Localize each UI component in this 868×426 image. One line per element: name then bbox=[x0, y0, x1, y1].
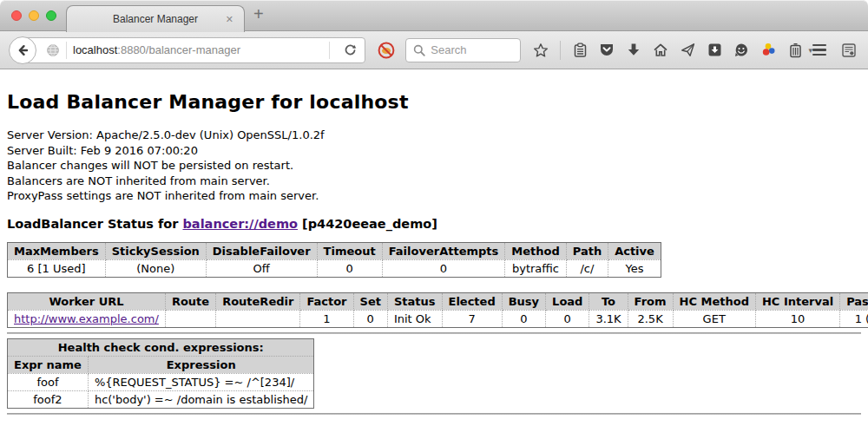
table-cell: 10 bbox=[755, 310, 839, 327]
square-download-icon bbox=[707, 43, 722, 57]
colored-dots-extension-button[interactable] bbox=[760, 41, 777, 60]
table-header-cell: Factor bbox=[300, 292, 353, 310]
window-zoom-button[interactable] bbox=[46, 10, 56, 21]
table-cell: Yes bbox=[608, 259, 661, 277]
table-header-cell: Path bbox=[566, 242, 608, 259]
expr-value-cell: hc('body') =~ /domain is established/ bbox=[88, 390, 314, 408]
table-cell: 7 bbox=[442, 310, 502, 327]
expr-name-cell: foof bbox=[8, 373, 89, 390]
table-title-row: Health check cond. expressions: bbox=[8, 338, 314, 356]
content-blocked-button[interactable] bbox=[377, 41, 396, 60]
download-arrow-icon bbox=[627, 43, 641, 57]
location-bar-group: localhost:8880/balancer-manager bbox=[10, 37, 365, 63]
server-built-line: Server Built: Feb 9 2016 07:00:20 bbox=[7, 143, 861, 159]
table-header-row: Worker URL Route RouteRedir Factor Set S… bbox=[8, 292, 868, 310]
worker-status-table: Worker URL Route RouteRedir Factor Set S… bbox=[7, 292, 868, 328]
table-cell: 0 bbox=[382, 259, 505, 277]
server-info: Server Version: Apache/2.5.0-dev (Unix) … bbox=[7, 128, 861, 204]
table-cell: Off bbox=[206, 259, 317, 277]
pocket-icon bbox=[599, 43, 615, 57]
table-header-cell: Passes bbox=[840, 292, 868, 310]
smiley-balloon-icon bbox=[733, 43, 749, 58]
browser-window: Balancer Manager ✕ + bbox=[0, 0, 868, 426]
window-close-button[interactable] bbox=[11, 10, 22, 21]
table-header-cell: Elected bbox=[442, 292, 502, 310]
table-cell: bytraffic bbox=[505, 259, 566, 277]
reading-list-button[interactable] bbox=[571, 41, 589, 60]
table-row: 6 [1 Used] (None) Off 0 0 bytraffic /c/ … bbox=[8, 259, 661, 277]
url-path: :8880/balancer-manager bbox=[117, 43, 240, 56]
table-header-cell: Route bbox=[165, 292, 215, 310]
section-divider bbox=[7, 332, 861, 334]
globe-icon bbox=[46, 43, 60, 57]
table-header-cell: HC Interval bbox=[755, 292, 839, 310]
table-cell: Init Ok bbox=[387, 310, 442, 327]
toolbar-separator bbox=[560, 41, 561, 60]
container-icon bbox=[789, 43, 802, 58]
search-icon bbox=[413, 44, 425, 56]
navigation-toolbar: localhost:8880/balancer-manager bbox=[0, 31, 868, 69]
table-header-row: Expr name Expression bbox=[8, 356, 314, 373]
table-cell bbox=[165, 310, 215, 327]
tab-title: Balancer Manager bbox=[113, 13, 198, 25]
url-text: localhost:8880/balancer-manager bbox=[73, 43, 240, 56]
table-row: foof %{REQUEST_STATUS} =~ /^[234]/ bbox=[8, 373, 314, 390]
window-minimize-button[interactable] bbox=[29, 10, 39, 21]
table-header-cell: Expression bbox=[88, 356, 314, 373]
table-cell: 2.5K bbox=[628, 310, 673, 327]
table-cell: (None) bbox=[105, 259, 206, 277]
home-button[interactable] bbox=[652, 41, 669, 60]
expr-value-cell: %{REQUEST_STATUS} =~ /^[234]/ bbox=[88, 373, 314, 390]
forum-button[interactable] bbox=[733, 41, 750, 60]
new-tab-button[interactable]: + bbox=[253, 4, 264, 24]
tab-balancer-manager[interactable]: Balancer Manager ✕ bbox=[66, 5, 245, 32]
colored-dots-icon bbox=[761, 43, 776, 57]
tab-close-icon[interactable]: ✕ bbox=[226, 13, 233, 25]
menu-button[interactable] bbox=[812, 44, 826, 56]
bookmark-star-button[interactable] bbox=[532, 41, 549, 60]
table-cell: 0 bbox=[317, 259, 382, 277]
reload-icon bbox=[344, 43, 357, 56]
health-table-title: Health check cond. expressions: bbox=[8, 338, 314, 356]
table-row: foof2 hc('body') =~ /domain is establish… bbox=[8, 390, 314, 408]
table-header-cell: StickySession bbox=[105, 242, 206, 259]
health-check-expressions-table: Health check cond. expressions: Expr nam… bbox=[7, 338, 314, 409]
table-cell: 1 bbox=[300, 310, 353, 327]
back-button[interactable] bbox=[9, 36, 36, 64]
table-header-cell: HC Method bbox=[673, 292, 755, 310]
balancer-demo-link[interactable]: balancer://demo bbox=[182, 217, 298, 231]
table-cell: 0 bbox=[502, 310, 545, 327]
blocked-content-icon bbox=[377, 41, 396, 60]
window-titlebar: Balancer Manager ✕ + bbox=[0, 0, 868, 31]
reload-button[interactable] bbox=[336, 43, 365, 56]
save-to-drive-button[interactable] bbox=[706, 41, 723, 60]
table-header-cell: Load bbox=[546, 292, 589, 310]
urlbar-separator bbox=[66, 42, 67, 59]
table-header-cell: Active bbox=[608, 242, 661, 259]
page-grid-icon bbox=[841, 43, 857, 58]
table-cell: 1 (0) bbox=[840, 310, 868, 327]
page-bottom-divider bbox=[7, 413, 861, 415]
urlbar-separator bbox=[329, 42, 330, 59]
table-cell: 3.1K bbox=[589, 310, 628, 327]
table-header-cell: FailoverAttempts bbox=[382, 242, 505, 259]
sidebar-grid-button[interactable] bbox=[840, 41, 858, 60]
search-bar[interactable] bbox=[405, 38, 521, 62]
send-tab-button[interactable] bbox=[679, 41, 696, 60]
home-icon bbox=[653, 43, 668, 57]
url-bar[interactable]: localhost:8880/balancer-manager bbox=[23, 37, 365, 63]
table-header-cell: Method bbox=[505, 242, 566, 259]
notice-line: ProxyPass settings are NOT inherited fro… bbox=[7, 188, 861, 204]
table-header-cell: RouteRedir bbox=[216, 292, 300, 310]
table-cell: 0 bbox=[353, 310, 387, 327]
table-header-cell: Timeout bbox=[317, 242, 382, 259]
url-domain: localhost bbox=[73, 43, 117, 56]
pocket-button[interactable] bbox=[598, 41, 615, 60]
downloads-button[interactable] bbox=[625, 41, 642, 60]
back-arrow-icon bbox=[16, 43, 30, 57]
table-cell: GET bbox=[673, 310, 755, 327]
worker-url-link[interactable]: http://www.example.com/ bbox=[14, 312, 159, 325]
container-extension-button[interactable] bbox=[786, 41, 804, 60]
table-header-row: MaxMembers StickySession DisableFailover… bbox=[8, 242, 661, 259]
search-input[interactable] bbox=[431, 43, 509, 56]
